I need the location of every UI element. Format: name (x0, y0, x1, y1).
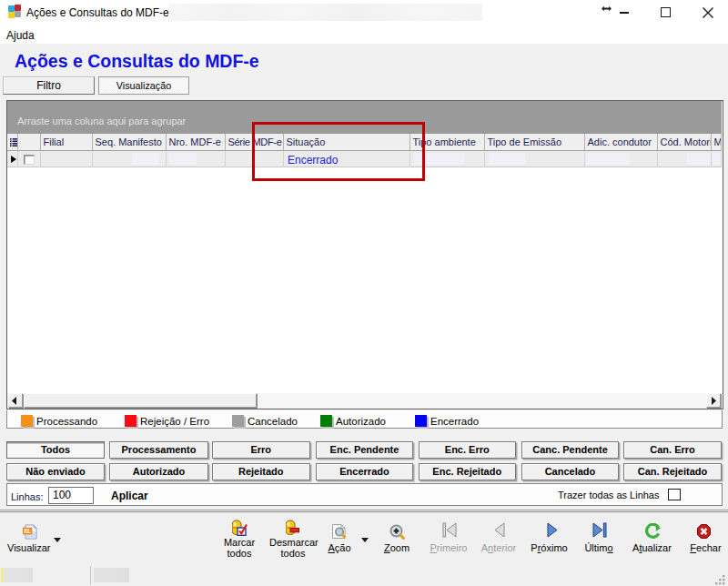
svg-text:XL: XL (24, 528, 31, 534)
